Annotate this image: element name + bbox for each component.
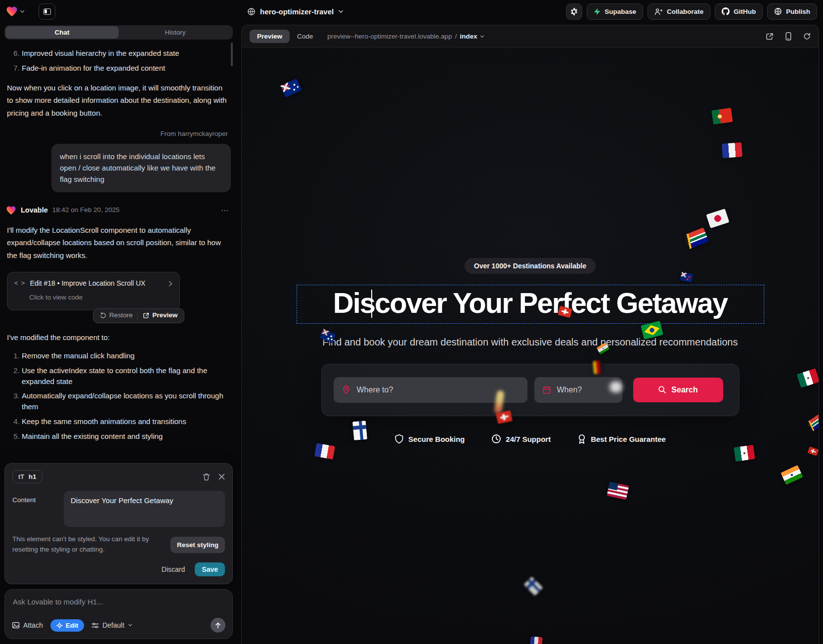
message-author-label: From harrymckayroper — [9, 129, 228, 139]
mobile-view-icon[interactable] — [785, 32, 791, 41]
feature-row: Secure Booking 24/7 Support — [281, 434, 780, 444]
project-switcher[interactable]: hero-optimizer-travel — [247, 7, 344, 16]
sidebar-panel-icon — [43, 8, 51, 15]
message-menu-icon[interactable]: ⋯ — [219, 205, 231, 216]
external-link-icon — [143, 312, 149, 319]
chevron-right-icon — [169, 281, 173, 287]
trash-icon[interactable] — [203, 473, 210, 481]
refresh-icon[interactable] — [803, 33, 811, 40]
assistant-paragraph: I've modified the component to: — [7, 331, 230, 344]
assistant-paragraph: I'll modify the LocationScroll component… — [7, 224, 230, 262]
flag-france-icon — [314, 443, 335, 459]
agent-message-header: Lovable 18:42 on Feb 20, 2025 ⋯ — [6, 205, 231, 216]
preview-viewport: Over 1000+ Destinations Available Discov… — [242, 48, 819, 644]
attach-button[interactable]: Attach — [12, 621, 43, 629]
content-input[interactable]: Discover Your Perfect Getaway — [64, 491, 225, 527]
feature-price-guarantee: Best Price Guarantee — [577, 434, 666, 444]
settings-button[interactable] — [566, 3, 582, 20]
calendar-icon — [542, 386, 551, 394]
flag-usa-icon — [606, 482, 629, 500]
tab-history[interactable]: History — [119, 26, 232, 39]
list-item: Fade-in animation for the expanded conte… — [22, 63, 231, 74]
chevron-down-icon — [480, 35, 484, 38]
flag-india-icon — [780, 465, 803, 485]
preview-url[interactable]: preview--hero-optimizer-travel.lovable.a… — [327, 33, 484, 40]
element-type-badge: tT h1 — [12, 470, 43, 483]
shield-icon — [394, 434, 404, 444]
flag-mexico-icon — [734, 445, 755, 462]
url-domain: preview--hero-optimizer-travel.lovable.a… — [327, 33, 452, 40]
tab-preview[interactable]: Preview — [250, 30, 290, 43]
project-name: hero-optimizer-travel — [260, 7, 334, 16]
when-placeholder: When? — [557, 386, 582, 394]
lovable-heart-icon — [6, 206, 16, 215]
chat-scrollbar[interactable] — [231, 43, 233, 66]
gear-icon — [570, 7, 578, 16]
assistant-list-modifications: Remove the manual click handlingUse the … — [6, 350, 231, 441]
supabase-button[interactable]: Supabase — [587, 3, 643, 20]
collaborate-button[interactable]: Collaborate — [648, 3, 710, 20]
chevron-down-icon — [338, 10, 344, 13]
flag-southafrica-icon — [807, 414, 819, 431]
search-icon — [658, 386, 666, 394]
preview-version-button[interactable]: Preview — [138, 310, 182, 321]
flag-portugal-icon — [711, 108, 733, 125]
version-actions: Restore Preview — [93, 308, 184, 323]
close-icon[interactable] — [218, 473, 225, 480]
search-card: Where to? When? Sear — [321, 364, 739, 416]
list-item: Remove the manual click handling — [22, 350, 231, 361]
content-label: Content — [12, 491, 57, 527]
list-item: Keep the same smooth animations and tran… — [22, 416, 231, 427]
location-pin-icon — [342, 385, 351, 394]
flag-finland-icon — [524, 577, 543, 596]
type-icon: tT — [18, 473, 24, 480]
edit-version-card[interactable]: < > Edit #18 • Improve Location Scroll U… — [7, 272, 180, 310]
hero-heading[interactable]: Discover Your Perfect Getaway — [297, 288, 764, 319]
url-separator: / — [455, 33, 457, 40]
list-item: Maintain all the existing content and st… — [22, 431, 231, 442]
reset-styling-button[interactable]: Reset styling — [171, 537, 225, 553]
text-caret — [371, 290, 372, 318]
restore-button[interactable]: Restore — [95, 310, 137, 321]
edit-card-title: Edit #18 • Improve Location Scroll UX — [30, 278, 163, 289]
destinations-badge: Over 1000+ Destinations Available — [465, 258, 596, 274]
where-input[interactable]: Where to? — [334, 377, 527, 403]
list-item: Automatically expand/collapse locations … — [22, 390, 231, 412]
agent-name: Lovable — [21, 205, 48, 215]
feature-secure-booking: Secure Booking — [394, 434, 465, 444]
tab-code[interactable]: Code — [297, 33, 313, 40]
where-placeholder: Where to? — [357, 386, 393, 394]
hero-section: Over 1000+ Destinations Available Discov… — [281, 258, 780, 444]
chat-composer[interactable]: Ask Lovable to modify H1... Attach — [4, 589, 233, 639]
tab-chat[interactable]: Chat — [5, 26, 119, 39]
attach-image-icon — [12, 621, 20, 629]
flag-australia-icon — [280, 79, 302, 98]
lovable-logo-menu[interactable] — [6, 6, 25, 17]
top-header: hero-optimizer-travel Supabase — [0, 0, 823, 23]
open-in-new-tab-icon[interactable] — [766, 33, 774, 41]
restore-icon — [100, 312, 106, 319]
model-selector[interactable]: Default — [91, 621, 132, 629]
publish-button[interactable]: Publish — [767, 3, 817, 20]
send-button[interactable] — [211, 618, 225, 633]
composer-placeholder[interactable]: Ask Lovable to modify H1... — [13, 598, 224, 606]
lovable-heart-icon — [6, 6, 18, 17]
list-item: Use the activeIndex state to control bot… — [22, 365, 231, 387]
element-tag: h1 — [29, 473, 37, 480]
when-input[interactable]: When? — [534, 377, 622, 403]
github-button[interactable]: GitHub — [715, 3, 763, 20]
save-button[interactable]: Save — [195, 562, 225, 576]
toggle-sidebar-button[interactable] — [39, 3, 55, 20]
edit-mode-toggle[interactable]: Edit — [50, 619, 85, 632]
selected-element-outline: Discover Your Perfect Getaway — [297, 285, 764, 324]
search-button[interactable]: Search — [633, 378, 723, 402]
assistant-paragraph: Now when you click on a location image, … — [7, 82, 230, 120]
url-page: index — [460, 33, 477, 40]
discard-button[interactable]: Discard — [162, 565, 185, 573]
chat-scroll-area: Improved visual hierarchy in the expande… — [4, 41, 233, 463]
chat-sidebar: Chat History Improved visual hierarchy i… — [0, 23, 237, 644]
flag-switzerland-icon — [807, 446, 819, 456]
collaborate-users-icon — [654, 8, 663, 15]
flag-southafrica-icon — [684, 227, 709, 249]
chevron-down-icon — [20, 10, 25, 13]
